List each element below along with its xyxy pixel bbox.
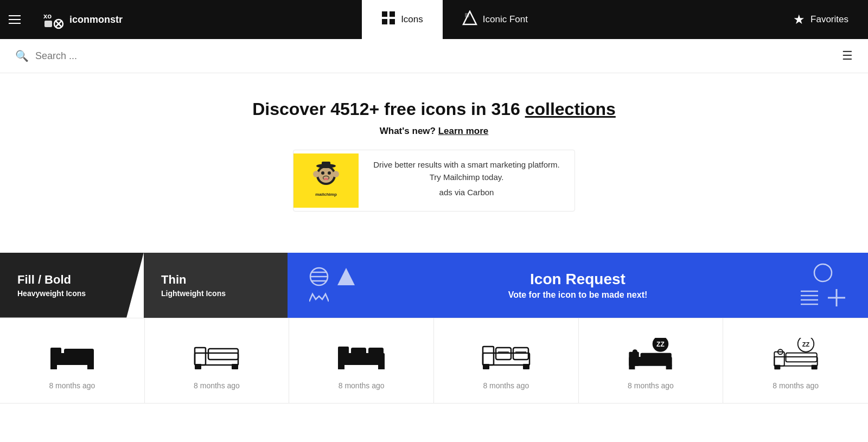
icons-nav-icon bbox=[381, 11, 395, 28]
cat-request-right-icons bbox=[800, 263, 846, 308]
mailchimp-logo-svg: mailchimp bbox=[304, 159, 348, 202]
bed-icon-3 bbox=[337, 338, 386, 370]
svg-rect-54 bbox=[483, 347, 494, 365]
nav-item-iconic-font[interactable]: Iconic Font bbox=[443, 0, 547, 39]
svg-point-14 bbox=[321, 171, 324, 175]
favorites-button[interactable]: ★ Favorites bbox=[774, 0, 868, 39]
svg-rect-51 bbox=[338, 364, 344, 369]
search-bar: 🔍 ☰ bbox=[0, 39, 868, 73]
svg-rect-7 bbox=[382, 19, 387, 24]
ad-logo: mailchimp bbox=[293, 153, 359, 208]
cat-thin-title: Thin bbox=[161, 273, 270, 287]
iconic-font-nav-icon bbox=[462, 10, 477, 29]
icon-timestamp-6: 8 months ago bbox=[773, 381, 819, 390]
svg-rect-46 bbox=[232, 364, 238, 369]
icon-cell-bed-1[interactable]: 8 months ago bbox=[0, 318, 145, 403]
nav-icons-label: Icons bbox=[401, 14, 423, 25]
svg-rect-74 bbox=[774, 364, 780, 369]
svg-rect-10 bbox=[465, 13, 469, 17]
hero-subtitle-prefix: What's new? bbox=[380, 126, 438, 136]
icon-grid: 8 months ago 8 months ago 8 months ago bbox=[0, 318, 868, 403]
collections-link[interactable]: collections bbox=[525, 99, 616, 119]
svg-rect-75 bbox=[811, 364, 817, 369]
icon-cell-bed-6[interactable]: ZZ 8 months ago bbox=[723, 318, 868, 403]
svg-point-19 bbox=[313, 171, 320, 177]
ad-text: Drive better results with a smart market… bbox=[359, 150, 575, 211]
bed-icon-5: ZZ bbox=[626, 338, 675, 370]
icon-timestamp-2: 8 months ago bbox=[194, 381, 240, 390]
svg-rect-1 bbox=[44, 21, 52, 27]
lines-icon bbox=[800, 288, 819, 308]
svg-rect-58 bbox=[523, 364, 529, 369]
hero-headline-prefix: Discover 4512+ free icons in 316 bbox=[252, 99, 525, 119]
circle-outline-icon bbox=[813, 263, 833, 283]
svg-rect-6 bbox=[390, 11, 395, 17]
svg-point-29 bbox=[814, 264, 832, 281]
hero-headline: Discover 4512+ free icons in 316 collect… bbox=[11, 99, 857, 119]
bed-icon-2 bbox=[192, 338, 241, 370]
search-icon: 🔍 bbox=[15, 49, 29, 62]
svg-rect-48 bbox=[338, 347, 349, 365]
svg-rect-66 bbox=[629, 364, 635, 369]
nav-item-icons[interactable]: Icons bbox=[362, 0, 443, 39]
icon-cell-bed-4[interactable]: 8 months ago bbox=[434, 318, 579, 403]
nav-iconic-font-label: Iconic Font bbox=[483, 14, 528, 25]
svg-point-13 bbox=[318, 168, 334, 183]
svg-text:ZZ: ZZ bbox=[802, 341, 809, 347]
svg-point-18 bbox=[324, 178, 328, 180]
svg-text:xo: xo bbox=[43, 12, 52, 20]
icon-cell-bed-5[interactable]: ZZ 8 months ago bbox=[579, 318, 724, 403]
svg-rect-52 bbox=[378, 364, 385, 369]
svg-text:mailchimp: mailchimp bbox=[315, 192, 337, 197]
search-input[interactable] bbox=[35, 50, 835, 62]
icon-timestamp-1: 8 months ago bbox=[49, 381, 95, 390]
icon-timestamp-3: 8 months ago bbox=[339, 381, 385, 390]
svg-rect-38 bbox=[64, 349, 94, 360]
hero-subtitle: What's new? Learn more bbox=[11, 126, 857, 137]
ad-box[interactable]: mailchimp Drive better results with a sm… bbox=[293, 150, 575, 212]
svg-point-68 bbox=[633, 349, 637, 354]
learn-more-link[interactable]: Learn more bbox=[438, 126, 489, 136]
svg-rect-49 bbox=[351, 348, 366, 360]
svg-rect-40 bbox=[87, 364, 94, 369]
svg-rect-37 bbox=[50, 348, 61, 365]
icon-cell-bed-3[interactable]: 8 months ago bbox=[289, 318, 434, 403]
logo-text: iconmonstr bbox=[69, 14, 123, 25]
ad-via: ads via Carbon bbox=[369, 187, 564, 199]
svg-point-20 bbox=[333, 171, 339, 177]
bed-icon-1 bbox=[48, 338, 97, 370]
cat-fill-subtitle: Heavyweight Icons bbox=[17, 289, 126, 298]
cat-request-subtitle: Vote for the icon to be made next! bbox=[371, 290, 784, 300]
icon-timestamp-4: 8 months ago bbox=[483, 381, 529, 390]
filter-icon[interactable]: ☰ bbox=[842, 49, 853, 63]
svg-rect-57 bbox=[483, 364, 489, 369]
svg-rect-39 bbox=[50, 364, 57, 369]
svg-rect-43 bbox=[195, 348, 206, 365]
bed-icon-6: ZZ bbox=[771, 338, 820, 370]
svg-rect-8 bbox=[390, 19, 395, 24]
svg-text:ZZ: ZZ bbox=[657, 340, 665, 348]
svg-point-15 bbox=[328, 171, 331, 175]
svg-rect-67 bbox=[666, 364, 672, 369]
icon-cell-bed-2[interactable]: 8 months ago bbox=[145, 318, 290, 403]
ad-description: Drive better results with a smart market… bbox=[369, 159, 564, 183]
svg-rect-44 bbox=[208, 349, 238, 360]
category-icon-request[interactable]: Icon Request Vote for the icon to be mad… bbox=[288, 253, 868, 318]
svg-rect-5 bbox=[382, 11, 387, 17]
svg-rect-50 bbox=[368, 348, 384, 360]
hero-section: Discover 4512+ free icons in 316 collect… bbox=[0, 73, 868, 231]
svg-point-41 bbox=[56, 351, 61, 355]
cat-request-title: Icon Request bbox=[371, 271, 784, 288]
cat-fill-title: Fill / Bold bbox=[17, 273, 126, 287]
striped-circle-icon bbox=[309, 267, 329, 286]
category-fill-bold[interactable]: Fill / Bold Heavyweight Icons bbox=[0, 253, 144, 318]
hamburger-menu[interactable] bbox=[0, 0, 29, 39]
cat-request-left-icons bbox=[309, 267, 356, 304]
cat-request-text-block: Icon Request Vote for the icon to be mad… bbox=[371, 271, 784, 300]
bed-icon-4 bbox=[482, 338, 531, 370]
logo[interactable]: xo iconmonstr bbox=[29, 0, 136, 39]
main-header: xo iconmonstr Icons bbox=[0, 0, 868, 39]
svg-rect-45 bbox=[195, 364, 201, 369]
star-icon: ★ bbox=[793, 12, 805, 27]
category-thin[interactable]: Thin Lightweight Icons bbox=[144, 253, 288, 318]
